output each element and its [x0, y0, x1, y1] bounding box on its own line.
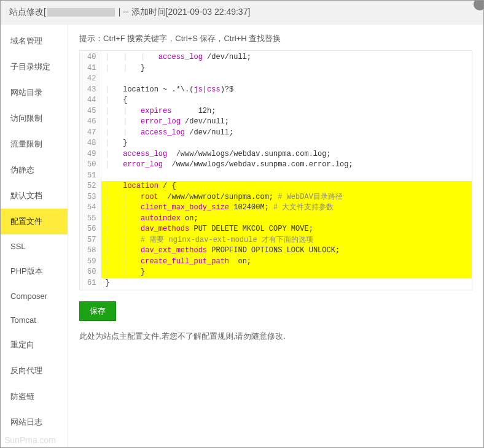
sidebar-item-7[interactable]: 配置文件 — [1, 209, 68, 234]
code-editor[interactable]: 4041424344454647484950515253545556575859… — [79, 50, 472, 290]
code-line-46[interactable]: | | error_log /dev/null; — [101, 117, 472, 128]
sidebar-item-10[interactable]: Composer — [1, 284, 68, 308]
code-line-42[interactable] — [101, 74, 472, 85]
sidebar-item-13[interactable]: 反向代理 — [1, 358, 68, 384]
code-line-52[interactable]: | location / { — [101, 181, 472, 192]
sidebar-item-0[interactable]: 域名管理 — [1, 28, 68, 54]
sidebar-item-4[interactable]: 流量限制 — [1, 131, 68, 157]
sidebar-item-8[interactable]: SSL — [1, 234, 68, 258]
code-line-57[interactable]: | | # 需要 nginx-dav-ext-module 才有下面的选项 — [101, 235, 472, 246]
title-mid: | -- 添加时间[ — [116, 7, 168, 17]
code-line-51[interactable] — [101, 171, 472, 182]
main-panel: 提示：Ctrl+F 搜索关键字，Ctrl+S 保存，Ctrl+H 查找替换 40… — [68, 25, 483, 447]
code-line-45[interactable]: | | expires 12h; — [101, 106, 472, 117]
code-line-60[interactable]: | | } — [101, 267, 472, 278]
sidebar-item-1[interactable]: 子目录绑定 — [1, 54, 68, 80]
code-line-40[interactable]: | | | access_log /dev/null; — [101, 52, 472, 63]
code-line-58[interactable]: | | dav_ext_methods PROPFIND OPTIONS LOC… — [101, 245, 472, 257]
sidebar-item-11[interactable]: Tomcat — [1, 308, 68, 332]
line-gutter: 4041424344454647484950515253545556575859… — [80, 51, 101, 290]
sidebar-item-5[interactable]: 伪静态 — [1, 157, 68, 183]
sidebar: 域名管理子目录绑定网站目录访问限制流量限制伪静态默认文档配置文件SSLPHP版本… — [1, 25, 68, 447]
save-button[interactable]: 保存 — [79, 301, 116, 321]
sidebar-item-14[interactable]: 防盗链 — [1, 384, 68, 409]
hint-text: 提示：Ctrl+F 搜索关键字，Ctrl+S 保存，Ctrl+H 查找替换 — [79, 33, 472, 44]
sidebar-item-2[interactable]: 网站目录 — [1, 80, 68, 106]
code-line-50[interactable]: | error_log /www/wwwlogs/webdav.sunpma.c… — [101, 160, 472, 171]
code-line-48[interactable]: | } — [101, 138, 472, 149]
code-line-41[interactable]: | | } — [101, 63, 472, 74]
code-line-53[interactable]: | | root /www/wwwroot/sunpma.com; # WebD… — [101, 192, 472, 203]
code-line-47[interactable]: | | access_log /dev/null; — [101, 128, 472, 139]
code-line-49[interactable]: | access_log /www/wwwlogs/webdav.sunpma.… — [101, 149, 472, 160]
title-timestamp: 2021-09-03 22:49:37 — [168, 7, 248, 17]
sidebar-item-15[interactable]: 网站日志 — [1, 409, 68, 435]
title-suffix: ] — [248, 7, 250, 17]
close-icon[interactable] — [474, 0, 484, 10]
code-line-55[interactable]: | | autoindex on; — [101, 214, 472, 225]
sidebar-item-9[interactable]: PHP版本 — [1, 258, 68, 284]
code-line-43[interactable]: | location ~ .*\.(js|css)?$ — [101, 85, 472, 96]
code-line-54[interactable]: | | client_max_body_size 102400M; # 大文件支… — [101, 203, 472, 214]
dialog-title: 站点修改[ | -- 添加时间[2021-09-03 22:49:37] — [1, 1, 483, 25]
code-line-59[interactable]: | | create_full_put_path on; — [101, 257, 472, 268]
sidebar-item-6[interactable]: 默认文档 — [1, 183, 68, 209]
code-line-56[interactable]: | | dav_methods PUT DELETE MKCOL COPY MO… — [101, 224, 472, 235]
title-prefix: 站点修改[ — [9, 7, 46, 17]
code-line-61[interactable]: } — [101, 278, 472, 289]
sidebar-item-3[interactable]: 访问限制 — [1, 106, 68, 131]
code-area[interactable]: | | | access_log /dev/null;| | }| locati… — [101, 51, 472, 290]
footer-note: 此处为站点主配置文件,若您不了解配置规则,请勿随意修改. — [79, 331, 472, 342]
code-line-44[interactable]: | { — [101, 95, 472, 106]
sidebar-item-12[interactable]: 重定向 — [1, 332, 68, 358]
redacted-domain — [47, 8, 115, 17]
